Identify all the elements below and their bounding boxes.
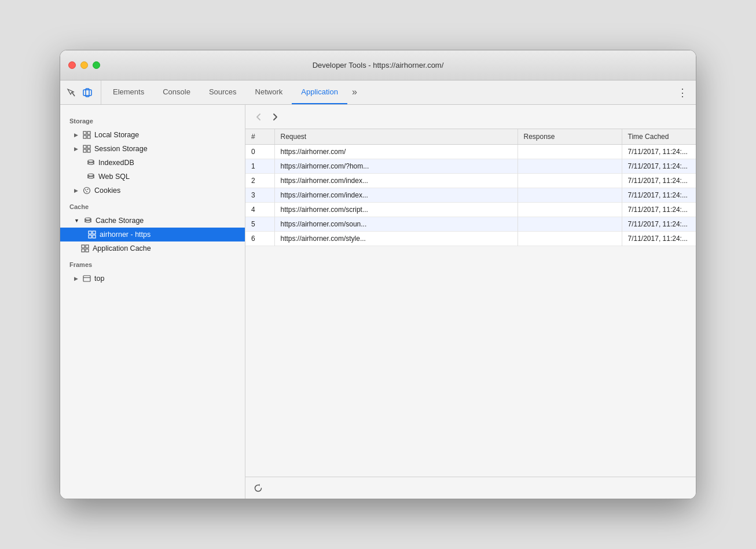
tab-application[interactable]: Application xyxy=(292,80,347,104)
top-label: top xyxy=(94,274,104,283)
tabbar: Elements Console Sources Network Applica… xyxy=(60,80,696,105)
table-row[interactable]: 6 https://airhorner.com/style... 7/11/20… xyxy=(245,232,696,246)
maximize-button[interactable] xyxy=(93,61,100,69)
table-row[interactable]: 3 https://airhorner.com/index... 7/11/20… xyxy=(245,188,696,203)
cell-num: 2 xyxy=(245,174,274,188)
expand-arrow-icon: ▶ xyxy=(74,188,78,193)
sidebar-item-cookies[interactable]: ▶ Cookies xyxy=(60,184,245,197)
table-row[interactable]: 0 https://airhorner.com/ 7/11/2017, 11:2… xyxy=(245,145,696,159)
svg-point-21 xyxy=(85,218,91,220)
forward-button[interactable] xyxy=(269,111,281,123)
cell-response xyxy=(518,203,622,217)
svg-point-19 xyxy=(87,189,89,190)
cell-response xyxy=(518,232,622,246)
sidebar-item-airhorner[interactable]: airhorner - https xyxy=(60,228,245,241)
db-icon xyxy=(87,173,95,181)
sidebar-item-local-storage[interactable]: ▶ Local Storage xyxy=(60,128,245,142)
cookies-label: Cookies xyxy=(94,186,120,195)
col-header-request: Request xyxy=(274,129,518,145)
window-title: Developer Tools - https://airhorner.com/ xyxy=(313,61,444,69)
svg-rect-6 xyxy=(87,136,90,138)
sidebar-item-websql[interactable]: Web SQL xyxy=(60,170,245,184)
panel-toolbar xyxy=(245,105,696,129)
cell-request: https://airhorner.com/index... xyxy=(274,174,518,188)
cell-response xyxy=(518,145,622,159)
table-row[interactable]: 5 https://airhorner.com/soun... 7/11/201… xyxy=(245,217,696,232)
expand-arrow-icon: ▼ xyxy=(74,218,79,224)
local-storage-label: Local Storage xyxy=(94,131,139,139)
airhorner-label: airhorner - https xyxy=(100,230,151,239)
requests-table: # Request Response Time Cached 0 https:/… xyxy=(245,129,696,246)
expand-arrow-icon: ▶ xyxy=(74,146,78,152)
cell-request: https://airhorner.com/script... xyxy=(274,203,518,217)
refresh-button[interactable] xyxy=(251,481,265,495)
grid-icon xyxy=(81,244,89,252)
cell-request: https://airhorner.com/?hom... xyxy=(274,159,518,174)
main-content: Storage ▶ Local Storage ▶ xyxy=(60,105,696,499)
sidebar-item-cache-storage[interactable]: ▼ Cache Storage xyxy=(60,214,245,228)
cell-time: 7/11/2017, 11:24:... xyxy=(622,203,696,217)
col-header-num: # xyxy=(245,129,274,145)
cell-num: 0 xyxy=(245,145,274,159)
svg-rect-25 xyxy=(93,231,96,234)
sidebar-item-app-cache[interactable]: Application Cache xyxy=(60,241,245,255)
svg-point-14 xyxy=(88,174,94,176)
minimize-button[interactable] xyxy=(80,61,88,69)
panel: # Request Response Time Cached 0 https:/… xyxy=(245,105,696,499)
cell-request: https://airhorner.com/style... xyxy=(274,232,518,246)
svg-rect-3 xyxy=(83,131,86,134)
svg-rect-31 xyxy=(86,249,89,252)
devtools-window: Developer Tools - https://airhorner.com/… xyxy=(60,50,696,499)
frames-section-label: Frames xyxy=(60,255,245,272)
svg-rect-8 xyxy=(87,145,90,148)
svg-point-20 xyxy=(86,191,87,192)
back-button[interactable] xyxy=(252,111,265,123)
traffic-lights xyxy=(68,61,100,69)
cell-time: 7/11/2017, 11:24:... xyxy=(622,145,696,159)
svg-point-11 xyxy=(88,160,94,162)
tabbar-icons xyxy=(65,80,101,104)
sidebar-item-top[interactable]: ▶ top xyxy=(60,272,245,286)
close-button[interactable] xyxy=(68,61,76,69)
tab-more[interactable]: » xyxy=(347,80,362,104)
titlebar: Developer Tools - https://airhorner.com/ xyxy=(60,50,696,80)
svg-rect-24 xyxy=(89,231,91,234)
cell-num: 5 xyxy=(245,217,274,232)
device-icon[interactable] xyxy=(81,86,94,99)
tab-network[interactable]: Network xyxy=(246,80,292,104)
svg-rect-5 xyxy=(83,136,86,138)
cell-num: 1 xyxy=(245,159,274,174)
col-header-time: Time Cached xyxy=(622,129,696,145)
bottom-bar xyxy=(245,477,696,499)
websql-label: Web SQL xyxy=(98,173,130,181)
cell-time: 7/11/2017, 11:24:... xyxy=(622,232,696,246)
table-row[interactable]: 4 https://airhorner.com/script... 7/11/2… xyxy=(245,203,696,217)
table-body: 0 https://airhorner.com/ 7/11/2017, 11:2… xyxy=(245,145,696,246)
expand-arrow-icon: ▶ xyxy=(74,276,78,281)
indexeddb-label: IndexedDB xyxy=(98,159,134,167)
table-row[interactable]: 2 https://airhorner.com/index... 7/11/20… xyxy=(245,174,696,188)
tab-console[interactable]: Console xyxy=(153,80,200,104)
cell-time: 7/11/2017, 11:24:... xyxy=(622,188,696,203)
cache-storage-label: Cache Storage xyxy=(96,217,144,225)
cell-time: 7/11/2017, 11:24:... xyxy=(622,174,696,188)
cell-time: 7/11/2017, 11:24:... xyxy=(622,217,696,232)
svg-rect-26 xyxy=(89,235,91,238)
svg-rect-7 xyxy=(83,145,86,148)
cell-response xyxy=(518,217,622,232)
sidebar-item-session-storage[interactable]: ▶ Session Storage xyxy=(60,142,245,156)
svg-rect-28 xyxy=(82,245,85,248)
cell-response xyxy=(518,159,622,174)
svg-rect-9 xyxy=(83,149,86,152)
more-options-icon[interactable]: ⋮ xyxy=(675,84,690,101)
table-row[interactable]: 1 https://airhorner.com/?hom... 7/11/201… xyxy=(245,159,696,174)
cell-num: 4 xyxy=(245,203,274,217)
frame-icon xyxy=(83,274,91,283)
sidebar-item-indexeddb[interactable]: IndexedDB xyxy=(60,156,245,170)
svg-point-18 xyxy=(85,189,86,191)
cache-section-label: Cache xyxy=(60,197,245,214)
inspect-icon[interactable] xyxy=(65,86,78,99)
cell-request: https://airhorner.com/index... xyxy=(274,188,518,203)
tab-sources[interactable]: Sources xyxy=(200,80,246,104)
tab-elements[interactable]: Elements xyxy=(104,80,153,104)
